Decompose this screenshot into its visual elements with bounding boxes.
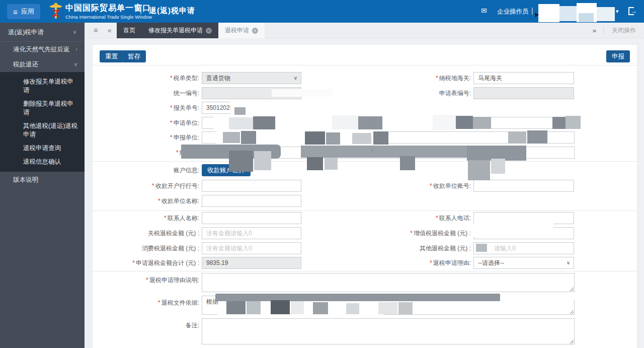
redaction-mosaic <box>271 300 290 315</box>
app-menu-button[interactable]: ≡ 应用 <box>7 4 40 19</box>
chevron-down-icon: ∨ <box>73 23 76 41</box>
tab-bar: ≡ « 首页 修改报关单退税申请 × 退税申请 × » 关闭操作 <box>85 23 644 38</box>
form-row: 账户信息: 收款账户选择 <box>93 164 637 176</box>
redaction-mosaic <box>291 301 304 315</box>
collapse-tabs-icon[interactable]: « <box>104 23 116 38</box>
sidebar: 退(返)税申请 ∨ 液化天然气先征后返 ‹ 税款退还 ∨ 修改报关单退税申请 删… <box>0 23 85 348</box>
form-row: *退税申请理由说明: <box>93 273 637 293</box>
sidebar-item-tax-return[interactable]: 税款退还 ∨ <box>0 57 85 72</box>
sidebar-item-refund-query[interactable]: 退税申请查询 <box>0 142 85 155</box>
file-basis-label: *退税文件依据: <box>93 297 199 309</box>
form-row: *收款开户行行号: *收款单位账号: <box>93 180 637 192</box>
expand-tabs-icon[interactable]: » <box>586 27 603 34</box>
declare-unit-label: *申报单位: <box>93 131 199 144</box>
customs-decl-no-label: *报关单号: <box>93 102 199 114</box>
redaction-mosaic <box>313 302 328 314</box>
remarks-textarea[interactable] <box>202 318 575 344</box>
menu-icon: ≡ <box>13 8 18 16</box>
refund-reason-label: *退税申请理由: <box>294 257 471 269</box>
redaction-mosaic <box>358 116 382 129</box>
divider <box>93 211 637 211</box>
receiver-bank-no-input[interactable] <box>202 180 301 192</box>
required-asterisk: * <box>176 149 179 156</box>
required-asterisk: * <box>152 182 154 189</box>
redaction-mosaic <box>473 117 491 129</box>
tax-bill-type-select[interactable]: 普通货物 ∨ <box>202 72 301 84</box>
contact-name-input[interactable] <box>202 212 301 224</box>
redaction-mosaic <box>253 116 275 129</box>
tab-modify-decl-refund[interactable]: 修改报关单退税申请 × <box>142 23 218 38</box>
tab-menu-icon[interactable]: ≡ <box>90 23 102 38</box>
application-form-no-input <box>473 87 574 99</box>
required-asterisk: * <box>170 119 173 126</box>
required-asterisk: * <box>146 276 148 284</box>
receiver-account-no-input[interactable] <box>473 180 574 192</box>
redaction-mosaic <box>215 294 500 301</box>
logout-icon[interactable]: → <box>628 7 636 15</box>
redaction-mosaic <box>307 157 323 170</box>
redaction-mosaic <box>326 132 340 145</box>
app-root: { "header": { "menu_label": "应用", "brand… <box>0 0 644 348</box>
redaction-mosaic <box>538 4 559 22</box>
required-asterisk: * <box>170 75 173 82</box>
chevron-left-icon: ‹ <box>76 42 77 57</box>
mail-icon[interactable]: ✉ <box>481 7 487 15</box>
sidebar-item-modify-decl-refund[interactable]: 修改报关单退税申请 <box>0 75 85 97</box>
form-row: 消费税退税金额 (元) : 其他退税金额 (元) : <box>93 242 637 254</box>
close-operations-button[interactable]: 关闭操作 <box>604 26 644 35</box>
tariff-refund-input[interactable] <box>202 227 301 239</box>
tariff-refund-label: 关税退税金额 (元) : <box>93 227 199 239</box>
declare-button[interactable]: 申报 <box>606 50 630 62</box>
reset-button[interactable]: 重置 <box>100 50 123 62</box>
redaction-mosaic <box>332 115 358 129</box>
contact-phone-input[interactable] <box>473 212 574 224</box>
reason-desc-textarea[interactable] <box>202 273 575 292</box>
form-row: *税单类型: 普通货物 ∨ *纳税地海关: <box>93 72 637 84</box>
sidebar-item-lng[interactable]: 液化天然气先征后返 ‹ <box>0 42 85 57</box>
redaction-artifact: X <box>372 119 376 124</box>
redaction-mosaic <box>241 131 256 144</box>
operator-role-label: 企业操作员 <box>497 8 529 16</box>
sidebar-item-other-refund[interactable]: 其他退税(退运)退税申请 <box>0 119 85 142</box>
close-icon[interactable]: × <box>252 28 258 34</box>
form-row: *报关单号: <box>93 102 637 114</box>
sidebar-item-delete-decl-refund[interactable]: 删除报关单退税申请 <box>0 97 85 119</box>
contact-phone-label: *联系人电话: <box>294 212 471 224</box>
consumption-refund-label: 消费税退税金额 (元) : <box>93 242 199 254</box>
tax-customs-input[interactable] <box>473 72 574 84</box>
divider <box>93 65 637 65</box>
redaction-mosaic <box>559 6 577 21</box>
redaction-mosaic <box>378 302 397 314</box>
tab-bar-right: » 关闭操作 <box>586 23 644 38</box>
header-divider: | <box>140 6 142 15</box>
chevron-down-icon[interactable]: ▾ <box>616 8 619 15</box>
vat-refund-label: *增值税退税金额 (元) : <box>294 227 471 239</box>
sidebar-root-tax-refund[interactable]: 退(返)税申请 ∨ <box>0 23 85 42</box>
redaction-mosaic <box>566 116 581 129</box>
divider <box>93 161 637 162</box>
receiver-unit-name-input[interactable] <box>202 195 301 207</box>
save-draft-button[interactable]: 暂存 <box>122 50 146 62</box>
redaction-mosaic <box>501 294 576 300</box>
required-asterisk: * <box>170 104 173 111</box>
consumption-refund-input[interactable] <box>202 242 301 254</box>
other-refund-input[interactable] <box>473 242 574 254</box>
account-info-label: 账户信息: <box>93 164 199 176</box>
close-icon[interactable]: × <box>206 28 212 34</box>
sidebar-item-refund-confirm[interactable]: 退税信息确认 <box>0 155 85 169</box>
sidebar-item-version-notes[interactable]: 版本说明 <box>0 172 85 188</box>
redaction-mosaic <box>472 224 553 237</box>
required-asterisk: * <box>164 215 167 222</box>
redaction-mosaic <box>226 301 246 315</box>
redaction-mosaic <box>305 131 325 145</box>
tab-refund-apply[interactable]: 退税申请 × <box>218 23 265 38</box>
redaction-mosaic <box>398 302 413 314</box>
form-panel: 重置 暂存 申报 *税单类型: 普通货物 ∨ *纳税地海关: 统一编号: 申请表… <box>92 44 637 348</box>
total-refund-label: *申请退税金额合计 (元) : <box>93 257 199 269</box>
redaction-mosaic <box>468 160 490 180</box>
redaction-mosaic <box>254 151 271 170</box>
tab-home[interactable]: 首页 <box>117 23 142 38</box>
brand-subtitle: China International Trade Single Window <box>65 14 152 20</box>
required-asterisk: * <box>158 197 160 204</box>
refund-reason-select[interactable]: --请选择-- ∨ <box>473 257 574 269</box>
